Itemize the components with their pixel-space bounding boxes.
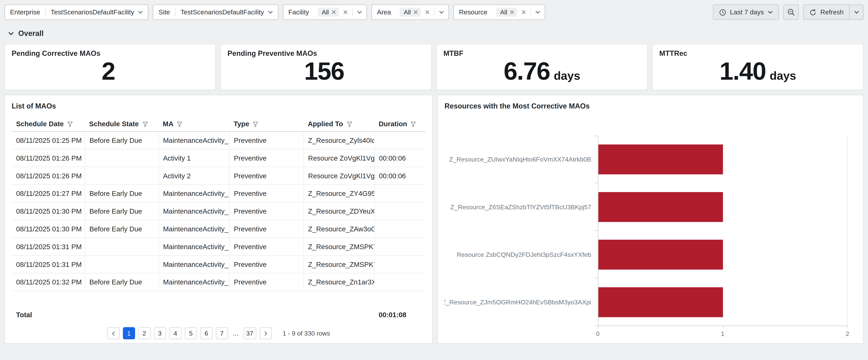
corrective-maos-chart-panel: Resources with the Most Corrective MAOs … (437, 95, 864, 344)
filter-area[interactable]: Area All (371, 4, 449, 20)
funnel-icon[interactable] (410, 121, 416, 127)
funnel-icon[interactable] (346, 121, 352, 127)
kpi-title: MTTRec (659, 49, 856, 58)
cell-schedule-state (85, 167, 158, 185)
pagination: 1 2 3 4 5 6 7 … 37 1 - 9 of 330 rows (12, 327, 426, 339)
bar[interactable] (598, 240, 723, 270)
x-tick-label: 0 (596, 330, 599, 337)
page-button-37[interactable]: 37 (243, 327, 256, 339)
magnifier-minus-icon (787, 8, 795, 16)
table-row[interactable]: 08/11/2025 01:30 PM Before Early Due Mai… (12, 220, 426, 238)
chart-plot-area: 0 1 2 (598, 136, 848, 326)
x-icon[interactable] (510, 10, 514, 14)
section-overall[interactable]: Overall (0, 20, 868, 38)
cell-schedule-date: 08/11/2025 01:30 PM (12, 220, 85, 238)
cell-type: Preventive (229, 256, 303, 273)
chevron-down-icon[interactable] (268, 10, 273, 14)
cell-ma: MaintenanceActivity_ (158, 256, 229, 273)
filter-resource[interactable]: Resource All (454, 4, 546, 20)
zoom-out-button[interactable] (783, 4, 799, 20)
filter-facility[interactable]: Facility All (283, 4, 367, 20)
table-row[interactable]: 08/11/2025 01:30 PM Before Early Due Mai… (12, 202, 426, 220)
cell-type: Preventive (229, 149, 303, 167)
filter-enterprise[interactable]: Enterprise TestScenariosDefaultFacility (4, 4, 149, 20)
cell-applied-to: Z_Resource_ZMSPKY (303, 256, 374, 273)
cell-schedule-state (85, 256, 158, 273)
table-row[interactable]: 08/11/2025 01:26 PM Activity 2 Preventiv… (12, 167, 426, 185)
refresh-split-button: Refresh (803, 4, 864, 20)
divider (530, 8, 531, 17)
table-row[interactable]: 08/11/2025 01:32 PM Before Early Due Mai… (12, 273, 426, 291)
chevron-down-icon[interactable] (535, 10, 540, 14)
funnel-icon[interactable] (252, 121, 259, 127)
kpi-mtbf: MTBF 6.76 days (436, 44, 648, 90)
page-button-7[interactable]: 7 (216, 327, 228, 339)
cell-duration: 00:00:06 (374, 167, 426, 185)
filter-tag: All (400, 8, 421, 17)
chart-category-labels: Z_Resource_ZUIwxYaNIqHto6FoVmXX74Atrkb0B… (444, 136, 598, 326)
cell-duration: 00:00:06 (374, 149, 426, 167)
funnel-icon[interactable] (67, 121, 73, 127)
x-tick-label: 1 (721, 330, 724, 337)
next-page-button[interactable] (259, 327, 272, 339)
cell-type: Preventive (229, 167, 303, 185)
cell-duration (374, 131, 426, 149)
table-row[interactable]: 08/11/2025 01:31 PM MaintenanceActivity_… (12, 256, 426, 273)
funnel-icon[interactable] (142, 121, 148, 127)
chevron-down-icon (854, 10, 859, 14)
x-icon[interactable] (343, 10, 348, 14)
refresh-label: Refresh (820, 8, 844, 16)
bar[interactable] (598, 287, 723, 317)
cell-ma: MaintenanceActivity_ (158, 185, 229, 202)
page-button-6[interactable]: 6 (200, 327, 213, 339)
cell-duration (374, 256, 426, 273)
filter-site[interactable]: Site TestScenariosDefaultFacility (153, 4, 278, 20)
cell-schedule-date: 08/11/2025 01:30 PM (12, 202, 85, 220)
cell-type: Preventive (229, 273, 303, 291)
cell-type: Preventive (229, 131, 303, 149)
filter-value: TestScenariosDefaultFacility (181, 8, 264, 16)
table-row[interactable]: 08/11/2025 01:26 PM Activity 1 Preventiv… (12, 149, 426, 167)
refresh-button[interactable]: Refresh (803, 4, 850, 20)
cell-schedule-state: Before Early Due (85, 273, 158, 291)
x-axis-tick (598, 326, 598, 328)
kpi-pending-corrective-maos: Pending Corrective MAOs 2 (4, 44, 216, 90)
table-row[interactable]: 08/11/2025 01:27 PM Before Early Due Mai… (12, 185, 426, 202)
x-icon[interactable] (332, 10, 336, 14)
page-button-1[interactable]: 1 (123, 327, 135, 339)
filter-tag-label: All (322, 9, 329, 16)
filter-value: TestScenariosDefaultFacility (51, 8, 134, 16)
y-axis-tick (595, 278, 598, 278)
cell-type: Preventive (229, 220, 303, 238)
filter-label: Area (372, 8, 396, 16)
bar[interactable] (598, 192, 723, 222)
page-button-5[interactable]: 5 (185, 327, 197, 339)
cell-applied-to: Z_Resource_ZY4G95 (303, 185, 374, 202)
page-ellipsis: … (231, 329, 240, 337)
cell-duration (374, 220, 426, 238)
funnel-icon[interactable] (177, 121, 183, 127)
kpi-value: 6.76 (504, 59, 550, 84)
table-total-row: Total 00:01:08 (12, 311, 426, 319)
x-icon[interactable] (425, 10, 430, 14)
chevron-down-icon[interactable] (439, 10, 444, 14)
page-button-3[interactable]: 3 (154, 327, 166, 339)
time-range-button[interactable]: Last 7 days (713, 4, 779, 20)
chevron-down-icon[interactable] (357, 10, 362, 14)
table-header-row: Schedule Date Schedule State MA Type App… (12, 117, 426, 131)
table-row[interactable]: 08/11/2025 01:31 PM MaintenanceActivity_… (12, 238, 426, 256)
cell-applied-to: Z_Resource_ZAw3oG (303, 220, 374, 238)
chevron-down-icon[interactable] (138, 10, 143, 14)
kpi-value: 156 (304, 59, 344, 84)
x-icon[interactable] (522, 10, 526, 14)
page-button-4[interactable]: 4 (169, 327, 182, 339)
prev-page-button[interactable] (107, 327, 120, 339)
table-row[interactable]: 08/11/2025 01:25 PM Before Early Due Mai… (12, 131, 426, 149)
x-icon[interactable] (414, 10, 418, 14)
refresh-options-button[interactable] (849, 4, 864, 20)
cell-ma: MaintenanceActivity_ (158, 202, 229, 220)
kpi-row: Pending Corrective MAOs 2 Pending Preven… (0, 38, 868, 90)
bar-label: Resource ZsbCQNDy2FDJeht3pSzcF4sxYXfeb (444, 231, 591, 278)
bar[interactable] (598, 144, 723, 174)
page-button-2[interactable]: 2 (138, 327, 151, 339)
